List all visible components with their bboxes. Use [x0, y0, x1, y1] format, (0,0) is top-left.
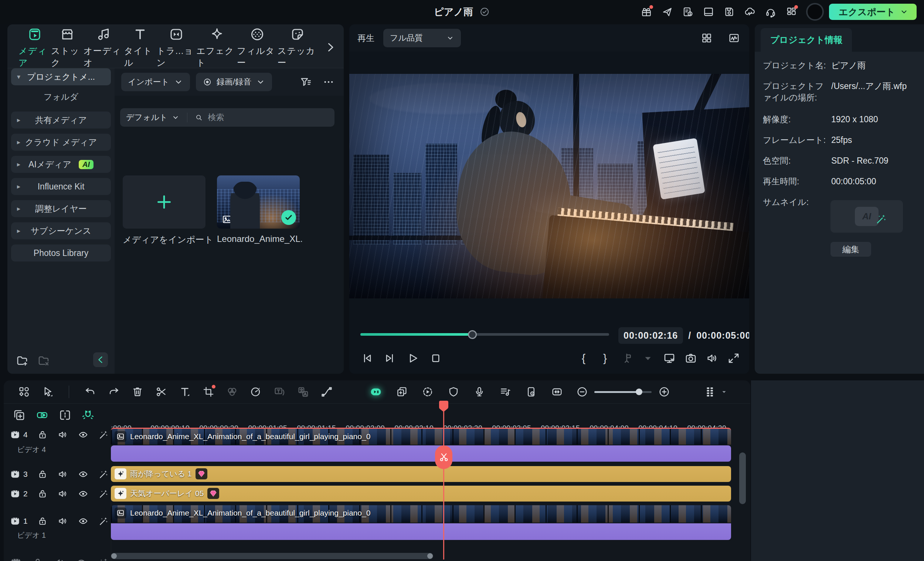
play-clip-icon[interactable]	[422, 386, 434, 398]
sidebar-item-project-media[interactable]: ▾ プロジェクトメ...	[11, 68, 111, 85]
scissors-icon[interactable]	[155, 386, 167, 398]
eye-icon[interactable]	[78, 469, 89, 480]
export-button[interactable]: エクスポート	[829, 4, 916, 20]
add-clip-icon[interactable]	[396, 386, 408, 398]
tab-filter[interactable]: フィルター	[237, 27, 277, 69]
sort-dropdown[interactable]: デフォルト	[126, 112, 180, 123]
eye-icon[interactable]	[78, 488, 89, 499]
clip-weather-overlay[interactable]: 天気オーバーレイ 05	[111, 486, 731, 501]
preview-video[interactable]	[349, 74, 749, 298]
lanes-icon[interactable]	[58, 408, 72, 422]
search-input[interactable]	[207, 112, 290, 123]
playhead-handle[interactable]	[438, 400, 449, 413]
apps-grid-icon[interactable]	[785, 6, 797, 18]
play-icon[interactable]	[406, 352, 420, 365]
wand-icon[interactable]	[98, 429, 109, 440]
thumbnail-placeholder[interactable]: AI	[831, 200, 903, 233]
collapse-sidebar-button[interactable]	[93, 352, 108, 367]
import-media-card[interactable]	[123, 175, 206, 229]
tab-media[interactable]: メディア	[18, 27, 51, 69]
clip-badge-icon[interactable]	[10, 429, 21, 440]
spline-icon[interactable]	[321, 386, 333, 398]
sidebar-item[interactable]: ▸AIメディアAI	[11, 156, 111, 173]
shield-icon[interactable]	[447, 386, 460, 398]
edit-thumbnail-button[interactable]: 編集	[831, 242, 871, 257]
speaker-icon[interactable]	[57, 469, 68, 480]
cursor-icon[interactable]	[41, 386, 54, 398]
caret-down-icon[interactable]	[641, 352, 654, 365]
tab-project-info[interactable]: プロジェクト情報	[760, 28, 852, 52]
new-folder-icon[interactable]	[15, 354, 29, 367]
timeline-zoom-slider[interactable]	[594, 391, 652, 393]
multiview-icon[interactable]	[700, 32, 713, 44]
gift-icon[interactable]	[640, 6, 652, 18]
trash-icon[interactable]	[131, 386, 144, 398]
eye-icon[interactable]	[78, 516, 89, 527]
translate-icon[interactable]	[297, 386, 309, 398]
mark-in-icon[interactable]: {	[577, 352, 590, 365]
shapes-icon[interactable]	[18, 386, 30, 398]
wand-icon[interactable]	[98, 469, 109, 480]
track-manager-button[interactable]	[704, 386, 728, 398]
sidebar-item[interactable]: ▸クラウド メディア	[11, 134, 111, 151]
speaker-icon[interactable]	[57, 516, 68, 527]
sidebar-item[interactable]: Photos Library	[11, 244, 111, 262]
tab-stock[interactable]: ストック	[51, 27, 84, 69]
seek-knob[interactable]	[468, 330, 477, 339]
expand-icon[interactable]	[727, 352, 740, 365]
sidebar-item[interactable]: ▸Influence Kit	[11, 178, 111, 195]
tabs-expand-button[interactable]	[324, 40, 337, 54]
mic-icon[interactable]	[473, 386, 486, 398]
cloud-transfer-icon[interactable]	[744, 6, 756, 18]
horizontal-scrollbar[interactable]	[111, 553, 433, 559]
panel-layout-icon[interactable]	[703, 6, 714, 18]
clip-badge-icon[interactable]	[10, 488, 21, 499]
eye-icon[interactable]	[75, 557, 88, 561]
wand-icon[interactable]	[98, 488, 109, 499]
lock-open-icon[interactable]	[37, 516, 48, 527]
music-list-icon[interactable]	[499, 386, 512, 398]
link-icon[interactable]	[36, 408, 49, 422]
avatar[interactable]	[806, 3, 824, 21]
clip-badge-icon[interactable]	[10, 557, 22, 561]
zoom-knob[interactable]	[636, 389, 642, 395]
headset-icon[interactable]	[765, 6, 777, 18]
add-track-icon[interactable]	[13, 408, 26, 422]
device-record-icon[interactable]	[525, 386, 537, 398]
seek-bar[interactable]	[360, 333, 609, 336]
tab-audio[interactable]: オーディオ	[84, 27, 124, 69]
tab-title[interactable]: タイトル	[124, 27, 156, 69]
snap-playhead-icon[interactable]	[620, 352, 633, 365]
crop-icon[interactable]	[202, 386, 215, 398]
lock-open-icon[interactable]	[37, 469, 48, 480]
scopes-icon[interactable]	[728, 32, 740, 44]
save-icon[interactable]	[723, 6, 735, 18]
media-thumbnail[interactable]	[217, 175, 300, 229]
zoom-in-icon[interactable]	[658, 386, 670, 398]
camera-icon[interactable]	[684, 352, 698, 365]
clip-video-track1[interactable]: Leonardo_Anime_XL_Animation_of_a_beautif…	[111, 505, 731, 523]
lock-open-icon[interactable]	[37, 488, 48, 499]
fit-range-icon[interactable]	[551, 386, 563, 398]
quality-dropdown[interactable]: フル品質	[383, 29, 461, 47]
delete-folder-icon[interactable]	[37, 354, 50, 367]
speaker-icon[interactable]	[57, 488, 68, 499]
step-forward-icon[interactable]	[383, 352, 397, 365]
text-tool-icon[interactable]	[178, 386, 191, 398]
lock-open-icon[interactable]	[37, 429, 48, 440]
magnet-icon[interactable]	[81, 408, 94, 422]
sidebar-item[interactable]: ▸調整レイヤー	[11, 200, 111, 217]
clip-video-track4[interactable]: Leonardo_Anime_XL_Animation_of_a_beautif…	[111, 428, 731, 445]
undo-icon[interactable]	[84, 386, 96, 398]
tab-effects[interactable]: エフェクト	[196, 27, 237, 69]
import-dropdown[interactable]: インポート	[121, 73, 190, 91]
split-clip-button[interactable]	[435, 446, 452, 469]
clip-rain-effect[interactable]: 雨が降っている 1	[111, 466, 731, 482]
sidebar-item[interactable]: ▸サブシーケンス	[11, 222, 111, 239]
zoom-out-icon[interactable]	[576, 386, 588, 398]
record-dropdown[interactable]: 録画/録音	[196, 73, 272, 91]
sidebar-item[interactable]: ▸共有メディア	[11, 112, 111, 129]
redo-icon[interactable]	[108, 386, 120, 398]
vertical-scrollbar[interactable]	[739, 452, 746, 504]
filter-media-icon[interactable]	[299, 76, 312, 88]
